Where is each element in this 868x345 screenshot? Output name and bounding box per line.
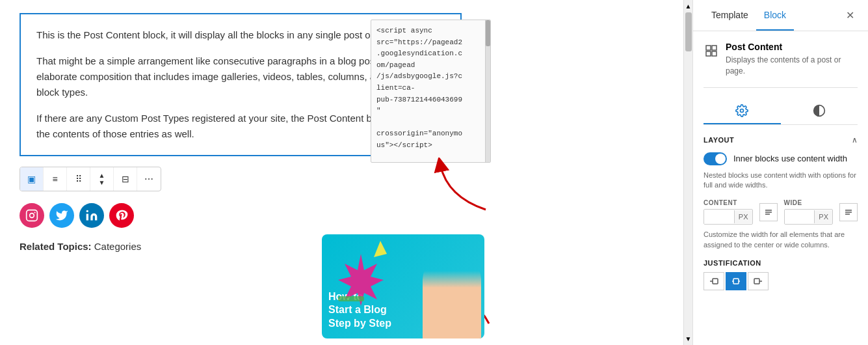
scroll-thumb [685,12,692,51]
toolbar-dots-grid[interactable]: ⠿ [67,167,90,191]
content-wide-row: CONTENT PX WIDE PX [704,199,858,225]
inner-blocks-toggle[interactable] [704,152,727,165]
svg-rect-9 [706,51,711,56]
layout-chevron[interactable]: ∧ [852,135,858,145]
person-silhouette [423,254,481,338]
block-toolbar: ▣ ≡ ⠿ ▲▼ ⊟ ⋯ [20,167,161,191]
toolbar-more[interactable]: ⋯ [137,167,161,191]
block-icon [704,43,719,59]
instagram-icon[interactable] [20,203,44,228]
wide-input-wrapper: PX [784,209,834,225]
svg-rect-10 [712,51,717,56]
pinterest-icon[interactable] [109,203,134,228]
svg-rect-24 [754,279,759,284]
content-col: CONTENT PX [704,199,753,225]
svg-point-2 [34,212,36,213]
sidebar-content: Post Content Displays the contents of a … [693,31,868,345]
wide-col: WIDE PX [784,199,834,225]
toggle-label: Inner blocks use content width [733,154,847,163]
right-sidebar: Template Block ✕ Post Content Displays t… [692,0,868,345]
wide-label: WIDE [784,199,834,206]
content-input-wrapper: PX [704,209,753,225]
related-topics-label: Related Topics: [20,241,92,252]
social-icons-row [20,203,673,228]
toolbar-arrows[interactable]: ▲▼ [90,167,114,191]
code-panel-scrollbar-thumb [486,20,490,46]
toolbar-layout-icon[interactable]: ▣ [20,167,44,191]
justification-label: JUSTIFICATION [704,259,858,267]
just-left-btn[interactable] [704,272,724,290]
toggle-row: Inner blocks use content width [704,152,858,165]
content-align-btn[interactable] [759,203,778,221]
svg-rect-0 [27,210,38,221]
tab-template[interactable]: Template [704,0,756,31]
tab-block[interactable]: Block [756,0,794,31]
width-description: Customize the width for all elements tha… [704,230,858,250]
block-info-text: Post Content Displays the contents of a … [726,42,858,77]
toolbar-align-center-icon[interactable]: ⊟ [114,167,137,191]
settings-tabs [704,98,858,125]
twitter-icon[interactable] [49,203,74,228]
editor-scrollbar[interactable]: ▲ ▼ [683,0,692,345]
wide-width-input[interactable] [785,210,815,224]
toggle-description: Nested blocks use content width with opt… [704,171,858,191]
settings-tab-contrast[interactable] [781,98,858,124]
svg-point-1 [30,214,34,218]
content-label: CONTENT [704,199,753,206]
svg-point-11 [741,109,744,112]
svg-rect-22 [733,279,739,284]
settings-tab-gear[interactable] [704,98,781,124]
related-topics-value: Categories [94,241,142,252]
code-panel-scrollbar[interactable] [485,20,490,162]
scroll-up[interactable]: ▲ [685,3,692,10]
svg-rect-8 [712,46,717,50]
content-unit: PX [734,210,752,223]
blog-image-card: How toStart a BlogStep by Step [322,234,484,338]
svg-rect-20 [713,279,718,284]
block-info: Post Content Displays the contents of a … [704,42,858,88]
layout-section-title: Layout [704,136,734,144]
code-panel: <script async src="https://pagead2 .goog… [371,20,491,163]
svg-marker-5 [374,241,387,257]
just-right-btn[interactable] [748,272,769,290]
svg-rect-6 [338,296,364,301]
just-center-btn[interactable] [726,272,746,290]
block-description: Displays the contents of a post or page. [726,55,858,77]
code-content: <script async src="https://pagead2 .goog… [371,20,490,157]
layout-section-header: Layout ∧ [704,135,858,145]
justification-row [704,272,858,290]
toggle-knob [715,154,726,164]
svg-rect-7 [706,46,711,50]
content-width-input[interactable] [704,210,734,224]
svg-point-3 [86,210,88,212]
wide-align-btn[interactable] [839,203,858,221]
toolbar-align-left[interactable]: ≡ [44,167,67,191]
linkedin-icon[interactable] [79,203,104,228]
wide-unit: PX [814,210,832,223]
scroll-down[interactable]: ▼ [685,335,692,342]
block-title: Post Content [726,42,858,52]
close-button[interactable]: ✕ [842,8,858,23]
sidebar-header: Template Block ✕ [693,0,868,31]
